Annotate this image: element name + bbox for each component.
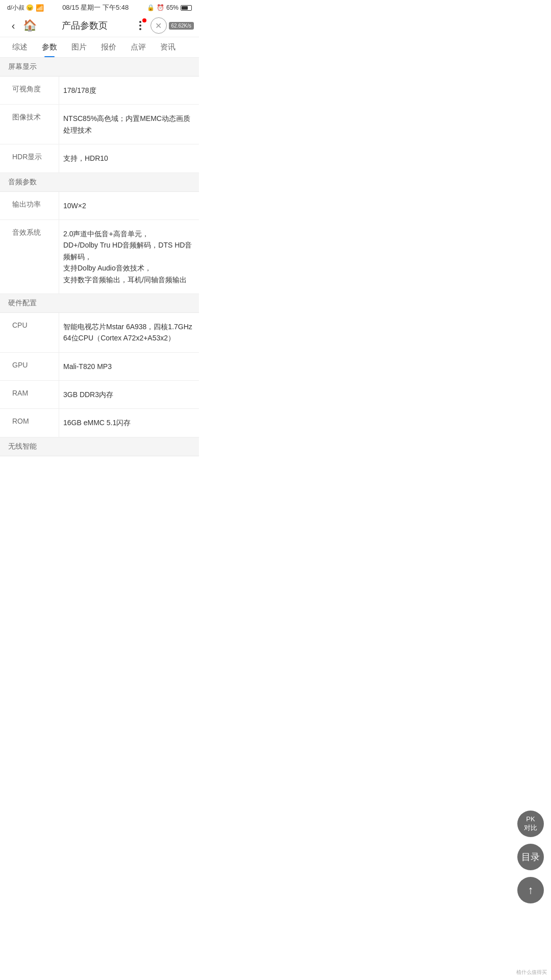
param-row: HDR显示支持，HDR10 — [0, 144, 199, 173]
param-label: 可视角度 — [0, 77, 59, 102]
network-speed: 62.62K/s — [169, 22, 194, 30]
more-button[interactable] — [132, 17, 148, 34]
param-label: 图像技术 — [0, 105, 59, 130]
param-row: ROM16GB eMMC 5.1闪存 — [0, 409, 199, 437]
tab-news[interactable]: 资讯 — [153, 37, 183, 57]
alarm-icon: ⏰ — [157, 4, 164, 11]
app-name: d/小叔 😠 — [7, 4, 34, 12]
param-label: ROM — [0, 409, 59, 433]
param-value: 3GB DDR3内存 — [59, 381, 199, 408]
param-value: Mali-T820 MP3 — [59, 353, 199, 380]
section-header-audio: 音频参数 — [0, 173, 199, 192]
section-header-hardware: 硬件配置 — [0, 294, 199, 313]
status-right: 🔒 ⏰ 65% — [147, 4, 192, 11]
param-label: HDR显示 — [0, 144, 59, 170]
close-icon: ✕ — [155, 21, 162, 31]
param-row: RAM3GB DDR3内存 — [0, 381, 199, 409]
param-value: 支持，HDR10 — [59, 144, 199, 172]
tab-params[interactable]: 参数 — [35, 37, 64, 57]
param-label: CPU — [0, 313, 59, 337]
section-header-wireless: 无线智能 — [0, 437, 199, 456]
dot — [139, 28, 141, 30]
tab-price[interactable]: 报价 — [94, 37, 123, 57]
param-label: 音效系统 — [0, 220, 59, 246]
param-row: 音效系统2.0声道中低音+高音单元， DD+/Dolby Tru HD音频解码，… — [0, 220, 199, 294]
param-row: 输出功率10W×2 — [0, 192, 199, 220]
back-button[interactable]: ‹ — [5, 20, 21, 32]
param-value: 178/178度 — [59, 77, 199, 104]
status-left: d/小叔 😠 📶 — [7, 4, 44, 12]
lock-icon: 🔒 — [147, 4, 155, 11]
tab-review[interactable]: 点评 — [123, 37, 153, 57]
dot — [139, 24, 141, 27]
main-content: 屏幕显示可视角度178/178度图像技术NTSC85%高色域；内置MEMC动态画… — [0, 58, 199, 456]
notification-dot — [142, 18, 146, 22]
dot — [139, 21, 141, 23]
param-row: 可视角度178/178度 — [0, 77, 199, 105]
home-button[interactable]: 🏠 — [21, 19, 38, 32]
tab-overview[interactable]: 综述 — [5, 37, 35, 57]
param-row: GPUMali-T820 MP3 — [0, 353, 199, 381]
param-label: RAM — [0, 381, 59, 405]
page-title: 产品参数页 — [38, 19, 132, 32]
param-row: CPU智能电视芯片Mstar 6A938，四核1.7GHz 64位CPU（Cor… — [0, 313, 199, 353]
param-label: 输出功率 — [0, 192, 59, 217]
section-header-screen: 屏幕显示 — [0, 58, 199, 77]
param-value: 10W×2 — [59, 192, 199, 219]
param-value: NTSC85%高色域；内置MEMC动态画质处理技术 — [59, 105, 199, 144]
status-bar: d/小叔 😠 📶 08/15 星期一 下午5:48 🔒 ⏰ 65% — [0, 0, 199, 14]
tab-images[interactable]: 图片 — [64, 37, 94, 57]
nav-bar: ‹ 🏠 产品参数页 ✕ 62.62K/s — [0, 14, 199, 37]
param-value: 2.0声道中低音+高音单元， DD+/Dolby Tru HD音频解码，DTS … — [59, 220, 199, 293]
param-row: 图像技术NTSC85%高色域；内置MEMC动态画质处理技术 — [0, 105, 199, 144]
param-value: 16GB eMMC 5.1闪存 — [59, 409, 199, 436]
battery-icon — [181, 5, 192, 11]
tab-bar: 综述参数图片报价点评资讯 — [0, 37, 199, 58]
status-time: 08/15 星期一 下午5:48 — [62, 3, 129, 12]
param-value: 智能电视芯片Mstar 6A938，四核1.7GHz 64位CPU（Cortex… — [59, 313, 199, 352]
close-button[interactable]: ✕ — [151, 17, 167, 34]
param-label: GPU — [0, 353, 59, 377]
battery-percent: 65% — [166, 4, 179, 11]
wifi-icon: 📶 — [36, 4, 44, 12]
